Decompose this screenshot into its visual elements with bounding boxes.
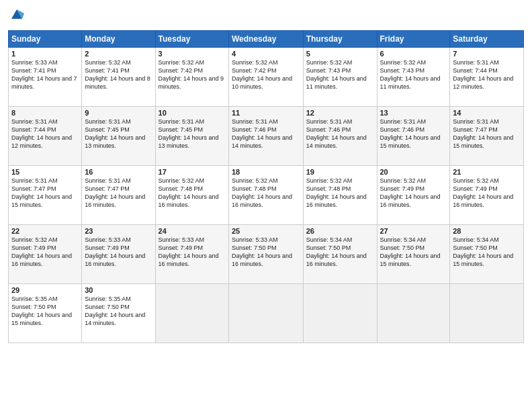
day-number: 9 [85,109,152,117]
day-info: Sunrise: 5:31 AMSunset: 7:44 PMDaylight:… [11,118,79,150]
day-info: Sunrise: 5:35 AMSunset: 7:50 PMDaylight:… [85,295,152,328]
table-row: 14 Sunrise: 5:31 AMSunset: 7:47 PMDaylig… [450,107,524,166]
day-info: Sunrise: 5:31 AMSunset: 7:47 PMDaylight:… [11,177,79,210]
day-number: 7 [453,50,521,58]
table-row [450,284,524,343]
day-number: 28 [453,227,521,235]
table-row: 19 Sunrise: 5:32 AMSunset: 7:48 PMDaylig… [303,166,377,225]
table-row: 30 Sunrise: 5:35 AMSunset: 7:50 PMDaylig… [82,284,155,343]
table-row: 15 Sunrise: 5:31 AMSunset: 7:47 PMDaylig… [9,166,82,225]
table-row: 23 Sunrise: 5:33 AMSunset: 7:49 PMDaylig… [82,225,155,284]
col-monday: Monday [82,31,155,48]
table-row: 20 Sunrise: 5:32 AMSunset: 7:49 PMDaylig… [377,166,450,225]
table-row: 7 Sunrise: 5:31 AMSunset: 7:44 PMDayligh… [450,48,524,107]
day-info: Sunrise: 5:34 AMSunset: 7:50 PMDaylight:… [306,236,374,269]
table-row [229,284,304,343]
day-info: Sunrise: 5:32 AMSunset: 7:41 PMDaylight:… [85,58,152,91]
day-info: Sunrise: 5:32 AMSunset: 7:48 PMDaylight:… [159,177,226,210]
day-info: Sunrise: 5:31 AMSunset: 7:45 PMDaylight:… [159,118,226,150]
day-number: 23 [85,227,152,235]
table-row: 10 Sunrise: 5:31 AMSunset: 7:45 PMDaylig… [155,107,228,166]
page: Sunday Monday Tuesday Wednesday Thursday… [0,0,532,411]
day-number: 12 [306,109,374,117]
table-row: 16 Sunrise: 5:31 AMSunset: 7:47 PMDaylig… [82,166,155,225]
table-row [377,284,450,343]
table-row: 25 Sunrise: 5:33 AMSunset: 7:50 PMDaylig… [229,225,304,284]
col-wednesday: Wednesday [229,31,304,48]
day-number: 1 [11,50,79,58]
day-number: 5 [306,50,374,58]
day-info: Sunrise: 5:32 AMSunset: 7:49 PMDaylight:… [453,177,521,210]
day-info: Sunrise: 5:32 AMSunset: 7:42 PMDaylight:… [232,58,300,91]
day-info: Sunrise: 5:34 AMSunset: 7:50 PMDaylight:… [380,236,447,269]
day-number: 26 [306,227,374,235]
table-row: 6 Sunrise: 5:32 AMSunset: 7:43 PMDayligh… [377,48,450,107]
day-info: Sunrise: 5:32 AMSunset: 7:43 PMDaylight:… [306,58,374,91]
table-row: 3 Sunrise: 5:32 AMSunset: 7:42 PMDayligh… [155,48,228,107]
day-number: 27 [380,227,447,235]
day-info: Sunrise: 5:32 AMSunset: 7:49 PMDaylight:… [11,236,79,269]
table-row: 1 Sunrise: 5:33 AMSunset: 7:41 PMDayligh… [9,48,82,107]
day-number: 14 [453,109,521,117]
day-number: 3 [159,50,226,58]
day-info: Sunrise: 5:32 AMSunset: 7:43 PMDaylight:… [380,58,447,91]
header [8,7,524,25]
logo-text [8,7,24,25]
day-info: Sunrise: 5:31 AMSunset: 7:44 PMDaylight:… [453,58,521,91]
col-thursday: Thursday [303,31,377,48]
day-info: Sunrise: 5:32 AMSunset: 7:49 PMDaylight:… [380,177,447,210]
day-number: 21 [453,168,521,176]
day-number: 16 [85,168,152,176]
day-number: 15 [11,168,79,176]
day-number: 20 [380,168,447,176]
day-number: 13 [380,109,447,117]
table-row: 24 Sunrise: 5:33 AMSunset: 7:49 PMDaylig… [155,225,228,284]
table-row: 27 Sunrise: 5:34 AMSunset: 7:50 PMDaylig… [377,225,450,284]
day-number: 18 [232,168,300,176]
table-row: 12 Sunrise: 5:31 AMSunset: 7:46 PMDaylig… [303,107,377,166]
table-row: 17 Sunrise: 5:32 AMSunset: 7:48 PMDaylig… [155,166,228,225]
table-row: 28 Sunrise: 5:34 AMSunset: 7:50 PMDaylig… [450,225,524,284]
table-row: 18 Sunrise: 5:32 AMSunset: 7:48 PMDaylig… [229,166,304,225]
day-info: Sunrise: 5:33 AMSunset: 7:41 PMDaylight:… [11,58,79,91]
day-number: 29 [11,286,79,294]
day-info: Sunrise: 5:35 AMSunset: 7:50 PMDaylight:… [11,295,79,328]
day-info: Sunrise: 5:32 AMSunset: 7:48 PMDaylight:… [306,177,374,210]
day-info: Sunrise: 5:32 AMSunset: 7:42 PMDaylight:… [159,58,226,91]
col-sunday: Sunday [9,31,82,48]
col-friday: Friday [377,31,450,48]
table-row: 26 Sunrise: 5:34 AMSunset: 7:50 PMDaylig… [303,225,377,284]
table-row [303,284,377,343]
table-row: 11 Sunrise: 5:31 AMSunset: 7:46 PMDaylig… [229,107,304,166]
day-number: 4 [232,50,300,58]
table-row: 9 Sunrise: 5:31 AMSunset: 7:45 PMDayligh… [82,107,155,166]
table-row: 29 Sunrise: 5:35 AMSunset: 7:50 PMDaylig… [9,284,82,343]
day-number: 24 [159,227,226,235]
day-info: Sunrise: 5:31 AMSunset: 7:46 PMDaylight:… [306,118,374,150]
day-number: 6 [380,50,447,58]
day-number: 17 [159,168,226,176]
calendar-header-row: Sunday Monday Tuesday Wednesday Thursday… [9,31,524,48]
logo [8,7,24,25]
table-row: 2 Sunrise: 5:32 AMSunset: 7:41 PMDayligh… [82,48,155,107]
table-row: 5 Sunrise: 5:32 AMSunset: 7:43 PMDayligh… [303,48,377,107]
day-number: 8 [11,109,79,117]
table-row: 8 Sunrise: 5:31 AMSunset: 7:44 PMDayligh… [9,107,82,166]
day-number: 25 [232,227,300,235]
day-info: Sunrise: 5:31 AMSunset: 7:47 PMDaylight:… [85,177,152,210]
day-info: Sunrise: 5:32 AMSunset: 7:48 PMDaylight:… [232,177,300,210]
table-row: 22 Sunrise: 5:32 AMSunset: 7:49 PMDaylig… [9,225,82,284]
day-info: Sunrise: 5:33 AMSunset: 7:50 PMDaylight:… [232,236,300,269]
day-info: Sunrise: 5:31 AMSunset: 7:45 PMDaylight:… [85,118,152,150]
day-number: 10 [159,109,226,117]
day-number: 22 [11,227,79,235]
day-info: Sunrise: 5:31 AMSunset: 7:47 PMDaylight:… [453,118,521,150]
day-info: Sunrise: 5:33 AMSunset: 7:49 PMDaylight:… [159,236,226,269]
col-saturday: Saturday [450,31,524,48]
table-row [155,284,228,343]
day-info: Sunrise: 5:31 AMSunset: 7:46 PMDaylight:… [380,118,447,150]
table-row: 13 Sunrise: 5:31 AMSunset: 7:46 PMDaylig… [377,107,450,166]
day-info: Sunrise: 5:33 AMSunset: 7:49 PMDaylight:… [85,236,152,269]
table-row: 4 Sunrise: 5:32 AMSunset: 7:42 PMDayligh… [229,48,304,107]
day-number: 2 [85,50,152,58]
